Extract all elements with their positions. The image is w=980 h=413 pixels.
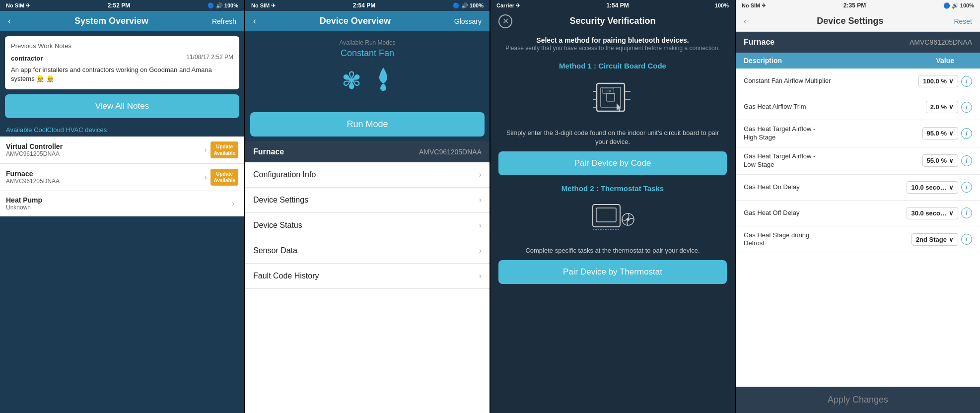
current-run-mode: Constant Fan: [253, 48, 482, 59]
menu-item-fault[interactable]: Fault Code History ›: [245, 264, 490, 289]
furnace-label-4: Furnace: [744, 38, 774, 47]
setting-value-6: 2nd Stage: [916, 236, 947, 243]
screen-system-overview: No SIM ✈ 2:52 PM 🔵 🔊 100% ‹ System Overv…: [0, 0, 244, 413]
device-item-furnace[interactable]: Furnace AMVC961205DNAA › UpdateAvailable: [0, 164, 244, 191]
refresh-button[interactable]: Refresh: [212, 17, 236, 25]
status-time-2: 2:54 PM: [353, 2, 375, 9]
setting-ctrl-0: 100.0 % ∨ i: [918, 75, 972, 87]
pair-device-by-code-button[interactable]: Pair Device by Code: [498, 151, 727, 175]
setting-chevron-3: ∨: [949, 157, 954, 164]
info-button-4[interactable]: i: [961, 182, 972, 193]
setting-dropdown-2[interactable]: 95.0 % ∨: [922, 127, 958, 139]
apply-changes-button[interactable]: Apply Changes: [736, 387, 980, 413]
setting-dropdown-3[interactable]: 55.0 % ∨: [922, 154, 958, 167]
menu-label-sensor: Sensor Data: [253, 246, 297, 255]
run-mode-button[interactable]: Run Mode: [250, 112, 485, 137]
thermostat-image: [490, 195, 735, 244]
update-badge-1: UpdateAvailable: [210, 169, 238, 186]
status-time-3: 1:54 PM: [606, 2, 629, 9]
svg-rect-2: [607, 93, 615, 101]
device-menu-list: Configuration Info › Device Settings › D…: [245, 162, 490, 413]
info-button-1[interactable]: i: [961, 102, 972, 113]
setting-chevron-5: ∨: [949, 209, 954, 217]
status-left-1: No SIM ✈: [6, 2, 30, 9]
glossary-button[interactable]: Glossary: [454, 17, 482, 25]
close-button[interactable]: ✕: [498, 14, 512, 28]
device-info-0: Virtual Controller AMVC961205DNAA: [6, 142, 204, 157]
screen-device-settings: No SIM ✈ 2:35 PM 🔵 🔊 100% ‹ Device Setti…: [736, 0, 980, 413]
pair-device-by-thermostat-button[interactable]: Pair Device by Thermostat: [498, 260, 727, 284]
setting-ctrl-4: 10.0 seco… ∨ i: [907, 181, 972, 194]
s3-intro-sub: Please verify that you have access to th…: [498, 44, 727, 53]
s1-header: ‹ System Overview Refresh: [0, 11, 244, 31]
setting-ctrl-2: 95.0 % ∨ i: [922, 127, 972, 139]
setting-dropdown-6[interactable]: 2nd Stage ∨: [911, 233, 958, 246]
device-item-virtual-controller[interactable]: Virtual Controller AMVC961205DNAA › Upda…: [0, 137, 244, 164]
status-right-4: 🔵 🔊 100%: [943, 2, 974, 9]
setting-dropdown-4[interactable]: 10.0 seco… ∨: [907, 181, 958, 194]
info-button-3[interactable]: i: [961, 155, 972, 166]
run-modes-area: Available Run Modes Constant Fan ✾: [245, 31, 490, 112]
reset-button[interactable]: Reset: [954, 17, 972, 25]
furnace-row-4: Furnace AMVC961205DNAA: [736, 32, 980, 53]
device-name-0: Virtual Controller: [6, 142, 204, 150]
status-bar-1: No SIM ✈ 2:52 PM 🔵 🔊 100%: [0, 0, 244, 11]
setting-value-3: 55.0 %: [927, 157, 947, 164]
setting-value-1: 2.0 %: [930, 103, 947, 111]
run-mode-icons-row: ✾: [253, 67, 482, 96]
info-button-6[interactable]: i: [961, 234, 972, 245]
menu-item-status[interactable]: Device Status ›: [245, 213, 490, 238]
device-name-2: Heat Pump: [6, 196, 232, 204]
circuit-board-image: 000: [490, 72, 735, 127]
page-title-4: Device Settings: [746, 16, 954, 26]
chevron-icon-2: ›: [232, 199, 234, 208]
setting-value-5: 30.0 seco…: [911, 209, 947, 217]
setting-row-2: Gas Heat Target Airflow - High Stage 95.…: [736, 120, 980, 147]
info-button-5[interactable]: i: [961, 207, 972, 218]
method2-desc: Complete specific tasks at the thermosta…: [490, 244, 735, 260]
device-list: Virtual Controller AMVC961205DNAA › Upda…: [0, 137, 244, 216]
status-bar-2: No SIM ✈ 2:54 PM 🔵 🔊 100%: [245, 0, 490, 11]
setting-value-4: 10.0 seco…: [911, 184, 947, 191]
menu-item-config[interactable]: Configuration Info ›: [245, 162, 490, 188]
s2-header: ‹ Device Overview Glossary: [245, 11, 490, 31]
th-value: Value: [903, 57, 972, 65]
menu-item-settings[interactable]: Device Settings ›: [245, 188, 490, 213]
info-button-2[interactable]: i: [961, 128, 972, 139]
setting-dropdown-0[interactable]: 100.0 % ∨: [918, 75, 958, 87]
view-all-notes-button[interactable]: View All Notes: [5, 94, 239, 118]
menu-label-settings: Device Settings: [253, 196, 308, 205]
th-description: Description: [744, 57, 903, 65]
setting-desc-2: Gas Heat Target Airflow - High Stage: [744, 125, 922, 142]
svg-text:000: 000: [606, 89, 611, 92]
work-notes-body: An app for installers and contractors wo…: [11, 66, 233, 83]
flame-icon: [373, 67, 393, 96]
method1-desc: Simply enter the 3-digit code found on t…: [490, 127, 735, 151]
setting-chevron-0: ∨: [949, 77, 954, 85]
info-button-0[interactable]: i: [961, 76, 972, 87]
setting-desc-3: Gas Heat Target Airflow - Low Stage: [744, 152, 922, 169]
setting-chevron-2: ∨: [949, 130, 954, 137]
furnace-model-2: AMVC961205DNAA: [419, 148, 482, 156]
setting-desc-1: Gas Heat Airflow Trim: [744, 103, 926, 111]
chevron-icon-fault: ›: [479, 272, 482, 280]
furnace-bar: Furnace AMVC961205DNAA: [245, 141, 490, 162]
s3-header: ✕ Security Verification: [490, 11, 735, 31]
setting-row-1: Gas Heat Airflow Trim 2.0 % ∨ i: [736, 94, 980, 120]
screen-security-verification: Carrier ✈ 1:54 PM 100% ✕ Security Verifi…: [490, 0, 735, 413]
menu-item-sensor[interactable]: Sensor Data ›: [245, 238, 490, 264]
status-time-4: 2:35 PM: [843, 2, 866, 9]
devices-section-title: Available CoolCloud HVAC devices: [0, 123, 244, 137]
screen-device-overview: No SIM ✈ 2:54 PM 🔵 🔊 100% ‹ Device Overv…: [245, 0, 490, 413]
menu-label-config: Configuration Info: [253, 170, 316, 179]
device-item-heat-pump[interactable]: Heat Pump Unknown ›: [0, 191, 244, 216]
work-notes-card: Previous Work Notes contractor 11/08/17 …: [5, 36, 239, 89]
update-badge-0: UpdateAvailable: [210, 141, 238, 158]
setting-dropdown-5[interactable]: 30.0 seco… ∨: [907, 207, 958, 219]
chevron-icon-0: ›: [204, 145, 207, 154]
status-left-4: No SIM ✈: [742, 2, 766, 9]
status-right-2: 🔵 🔊 100%: [453, 2, 484, 9]
work-notes-title: Previous Work Notes: [11, 42, 233, 50]
setting-dropdown-1[interactable]: 2.0 % ∨: [926, 101, 958, 113]
setting-chevron-1: ∨: [949, 103, 954, 111]
